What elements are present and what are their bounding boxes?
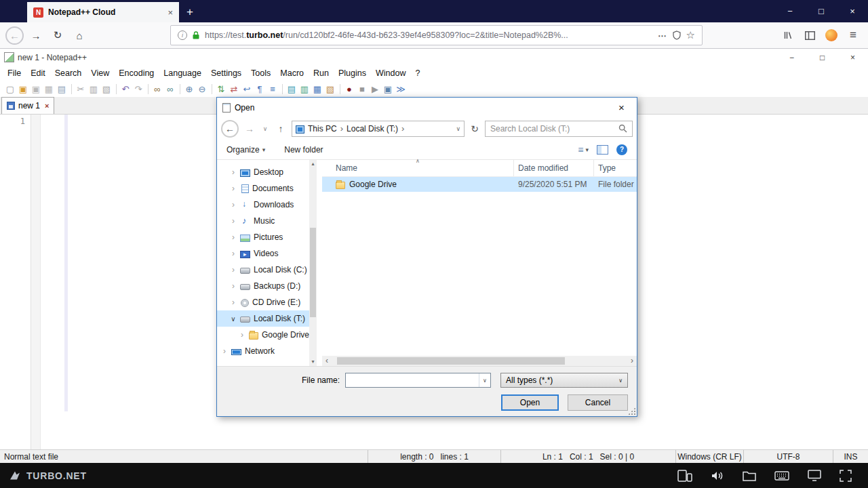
tree-item-local-disk-c[interactable]: ›Local Disk (C:) <box>217 262 309 278</box>
paste-icon[interactable]: ▧ <box>100 83 113 95</box>
refresh-button[interactable]: ↻ <box>467 121 482 137</box>
notepad-minimize-button[interactable]: − <box>776 53 807 62</box>
sync-vertical-icon[interactable]: ⇅ <box>215 83 227 95</box>
browser-minimize-button[interactable]: − <box>774 0 806 22</box>
menu-window[interactable]: Window <box>371 67 410 79</box>
tree-item-google-drive[interactable]: ›Google Drive <box>217 327 309 343</box>
horizontal-scrollbar[interactable]: ‹ › <box>322 356 637 366</box>
expand-chevron-icon[interactable]: › <box>230 265 237 274</box>
help-button[interactable]: ? <box>616 144 627 155</box>
column-header-date-modified[interactable]: Date modified <box>514 160 594 176</box>
search-icon[interactable] <box>618 124 627 133</box>
record-macro-icon[interactable]: ● <box>343 83 355 95</box>
expand-chevron-icon[interactable]: › <box>230 249 237 258</box>
save-all-icon[interactable]: ▦ <box>43 83 55 95</box>
expand-chevron-icon[interactable]: › <box>230 298 237 307</box>
save-macro-icon[interactable]: ▣ <box>382 83 394 95</box>
sidebar-toggle-icon[interactable] <box>800 26 819 45</box>
library-icon[interactable] <box>778 26 797 45</box>
menu-help[interactable]: ? <box>410 67 425 79</box>
notepad-restore-button[interactable]: □ <box>807 53 837 62</box>
tree-item-documents[interactable]: ›Documents <box>217 180 309 197</box>
open-file-icon[interactable]: ▣ <box>17 83 29 95</box>
expand-chevron-icon[interactable]: › <box>230 184 237 193</box>
file-row-google-drive[interactable]: Google Drive9/25/2020 5:51 PMFile folder <box>322 177 637 192</box>
document-map-icon[interactable]: ▥ <box>298 83 311 95</box>
up-button[interactable]: ↑ <box>273 121 289 137</box>
tab-close-icon[interactable]: × <box>167 7 173 18</box>
tree-item-cd-drive-e[interactable]: ›CD Drive (E:) <box>217 294 309 310</box>
dialog-forward-button[interactable]: → <box>241 121 258 137</box>
notepad-close-button[interactable]: × <box>837 53 868 62</box>
document-tab[interactable]: new 1 × <box>1 97 54 114</box>
expand-chevron-icon[interactable]: › <box>221 346 228 356</box>
dialog-close-button[interactable]: × <box>606 98 637 117</box>
menu-plugins[interactable]: Plugins <box>334 67 371 79</box>
notepad-titlebar[interactable]: new 1 - Notepad++ − □ × <box>0 49 868 66</box>
replace-icon[interactable]: ∞ <box>164 83 176 95</box>
page-actions-icon[interactable]: ⋯ <box>658 30 667 41</box>
scrollbar-thumb[interactable] <box>337 357 565 365</box>
column-header-name[interactable]: Name∧ <box>322 160 514 176</box>
change-view-button[interactable]: ≡▾ <box>578 144 589 155</box>
browser-tab[interactable]: N Notepad++ Cloud × <box>27 2 179 22</box>
tree-item-videos[interactable]: ›Videos <box>217 245 309 262</box>
file-name-dropdown-icon[interactable]: ∨ <box>479 373 490 387</box>
address-bar[interactable]: This PC › Local Disk (T:) › ∨ <box>292 121 465 137</box>
menu-tools[interactable]: Tools <box>246 67 275 79</box>
menu-search[interactable]: Search <box>50 67 87 79</box>
tree-item-local-disk-t[interactable]: ∨Local Disk (T:) <box>217 310 309 327</box>
menu-macro[interactable]: Macro <box>275 67 309 79</box>
menu-view[interactable]: View <box>86 67 114 79</box>
scroll-up-icon[interactable]: ▴ <box>311 160 314 168</box>
url-bar[interactable]: i https://test.turbo.net/run/cd120bf2-46… <box>170 25 703 45</box>
scroll-right-icon[interactable]: › <box>627 356 637 366</box>
forward-button[interactable]: → <box>26 26 45 45</box>
new-folder-button[interactable]: New folder <box>284 145 323 155</box>
cut-icon[interactable]: ✂ <box>75 83 87 95</box>
browser-maximize-button[interactable]: □ <box>806 0 837 22</box>
scroll-down-icon[interactable]: ▾ <box>311 358 314 366</box>
tree-item-downloads[interactable]: ›Downloads <box>217 197 309 213</box>
document-tab-close-icon[interactable]: × <box>45 102 49 110</box>
tree-item-music[interactable]: ›Music <box>217 213 309 229</box>
menu-edit[interactable]: Edit <box>26 67 50 79</box>
page-info-icon[interactable]: i <box>178 30 187 40</box>
organize-menu[interactable]: Organize▾ <box>226 145 265 155</box>
dialog-titlebar[interactable]: Open × <box>217 98 637 117</box>
tree-item-pictures[interactable]: ›Pictures <box>217 229 309 245</box>
tree-item-network[interactable]: ›Network <box>217 343 309 359</box>
print-icon[interactable]: ▤ <box>56 83 68 95</box>
devices-icon[interactable] <box>677 470 692 482</box>
preview-pane-button[interactable] <box>597 145 608 155</box>
status-encoding[interactable]: UTF-8 <box>743 450 833 463</box>
new-tab-button[interactable]: + <box>179 2 201 22</box>
breadcrumb-chevron-icon[interactable]: › <box>401 123 404 134</box>
zoom-out-icon[interactable]: ⊖ <box>196 83 208 95</box>
folder-icon[interactable] <box>743 470 756 481</box>
breadcrumb-chevron-icon[interactable]: › <box>340 123 343 134</box>
breadcrumb-current[interactable]: Local Disk (T:) <box>347 124 398 134</box>
volume-icon[interactable] <box>711 470 724 482</box>
keyboard-icon[interactable] <box>774 471 789 481</box>
document-list-icon[interactable]: ▦ <box>311 83 323 95</box>
tree-item-desktop[interactable]: ›Desktop <box>217 164 309 180</box>
status-eol-format[interactable]: Windows (CR LF) <box>675 450 743 463</box>
breadcrumb-this-pc[interactable]: This PC <box>308 124 337 134</box>
turbo-brand-group[interactable]: TURBO.NET <box>9 470 87 481</box>
home-button[interactable]: ⌂ <box>70 26 89 45</box>
menu-language[interactable]: Language <box>159 67 206 79</box>
expand-chevron-icon[interactable]: › <box>230 167 237 177</box>
url-text[interactable]: https://test.turbo.net/run/cd120bf2-46fe… <box>205 30 652 40</box>
redo-icon[interactable]: ↷ <box>132 83 144 95</box>
recent-locations-chevron-icon[interactable]: ∨ <box>260 121 270 137</box>
tree-item-backups-d[interactable]: ›Backups (D:) <box>217 278 309 294</box>
open-button[interactable]: Open <box>501 394 559 411</box>
expand-chevron-icon[interactable]: › <box>230 216 237 226</box>
folder-as-workspace-icon[interactable]: ▧ <box>324 83 336 95</box>
tree-scrollbar[interactable]: ▴ ▾ <box>309 160 317 366</box>
undo-icon[interactable]: ↶ <box>119 83 132 95</box>
account-avatar[interactable] <box>822 26 841 45</box>
status-insert-mode[interactable]: INS <box>833 450 868 463</box>
sync-horizontal-icon[interactable]: ⇄ <box>228 83 240 95</box>
